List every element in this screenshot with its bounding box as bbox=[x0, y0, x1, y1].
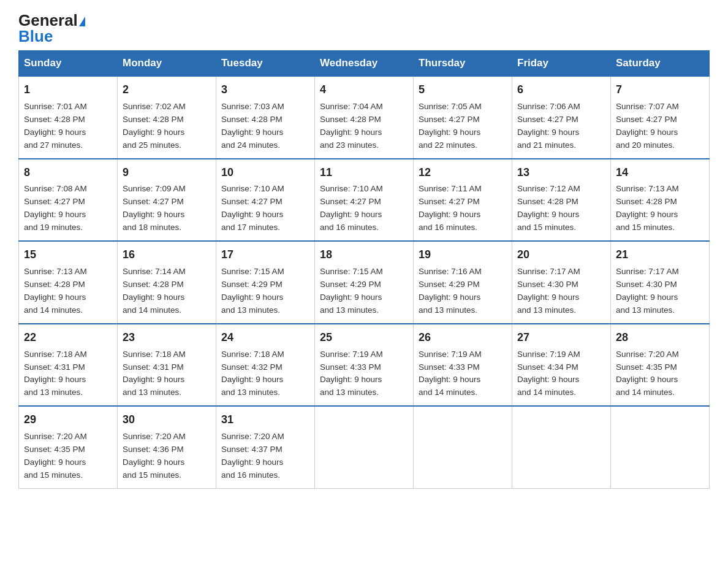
calendar-cell: 9Sunrise: 7:09 AMSunset: 4:27 PMDaylight… bbox=[118, 159, 216, 242]
col-header-tuesday: Tuesday bbox=[216, 51, 315, 77]
day-number: 13 bbox=[517, 164, 605, 182]
day-info: Sunrise: 7:11 AMSunset: 4:27 PMDaylight:… bbox=[419, 184, 482, 232]
day-number: 5 bbox=[419, 82, 507, 99]
calendar-cell: 2Sunrise: 7:02 AMSunset: 4:28 PMDaylight… bbox=[118, 76, 216, 159]
page-header: General Blue bbox=[18, 12, 710, 44]
calendar-cell: 13Sunrise: 7:12 AMSunset: 4:28 PMDayligh… bbox=[512, 159, 611, 242]
day-info: Sunrise: 7:03 AMSunset: 4:28 PMDaylight:… bbox=[221, 102, 284, 150]
calendar-cell: 21Sunrise: 7:17 AMSunset: 4:30 PMDayligh… bbox=[611, 241, 710, 324]
calendar-cell: 31Sunrise: 7:20 AMSunset: 4:37 PMDayligh… bbox=[216, 406, 315, 488]
calendar-cell: 4Sunrise: 7:04 AMSunset: 4:28 PMDaylight… bbox=[315, 76, 414, 159]
day-info: Sunrise: 7:09 AMSunset: 4:27 PMDaylight:… bbox=[123, 184, 186, 232]
calendar-cell: 11Sunrise: 7:10 AMSunset: 4:27 PMDayligh… bbox=[315, 159, 414, 242]
day-info: Sunrise: 7:17 AMSunset: 4:30 PMDaylight:… bbox=[517, 267, 580, 315]
day-number: 28 bbox=[616, 329, 704, 347]
calendar-week-row: 29Sunrise: 7:20 AMSunset: 4:35 PMDayligh… bbox=[19, 406, 710, 488]
day-number: 14 bbox=[616, 164, 704, 182]
calendar-cell: 22Sunrise: 7:18 AMSunset: 4:31 PMDayligh… bbox=[19, 324, 118, 407]
day-number: 9 bbox=[123, 164, 211, 182]
calendar-cell: 24Sunrise: 7:18 AMSunset: 4:32 PMDayligh… bbox=[216, 324, 315, 407]
day-number: 29 bbox=[24, 412, 112, 429]
day-number: 31 bbox=[221, 412, 309, 429]
day-number: 17 bbox=[221, 247, 309, 264]
calendar-cell bbox=[611, 406, 710, 488]
calendar-cell: 25Sunrise: 7:19 AMSunset: 4:33 PMDayligh… bbox=[315, 324, 414, 407]
day-number: 12 bbox=[419, 164, 507, 182]
calendar-cell: 7Sunrise: 7:07 AMSunset: 4:27 PMDaylight… bbox=[611, 76, 710, 159]
col-header-wednesday: Wednesday bbox=[315, 51, 414, 77]
day-info: Sunrise: 7:18 AMSunset: 4:32 PMDaylight:… bbox=[221, 350, 284, 397]
day-info: Sunrise: 7:06 AMSunset: 4:27 PMDaylight:… bbox=[517, 102, 580, 150]
day-info: Sunrise: 7:12 AMSunset: 4:28 PMDaylight:… bbox=[517, 184, 580, 232]
day-number: 24 bbox=[221, 329, 309, 347]
day-number: 25 bbox=[320, 329, 408, 347]
day-info: Sunrise: 7:01 AMSunset: 4:28 PMDaylight:… bbox=[24, 102, 87, 150]
calendar-cell: 6Sunrise: 7:06 AMSunset: 4:27 PMDaylight… bbox=[512, 76, 611, 159]
col-header-monday: Monday bbox=[118, 51, 216, 77]
calendar-cell: 23Sunrise: 7:18 AMSunset: 4:31 PMDayligh… bbox=[118, 324, 216, 407]
day-number: 2 bbox=[123, 82, 211, 99]
day-info: Sunrise: 7:15 AMSunset: 4:29 PMDaylight:… bbox=[221, 267, 284, 315]
day-info: Sunrise: 7:20 AMSunset: 4:36 PMDaylight:… bbox=[123, 432, 186, 480]
calendar-cell: 19Sunrise: 7:16 AMSunset: 4:29 PMDayligh… bbox=[414, 241, 512, 324]
day-info: Sunrise: 7:04 AMSunset: 4:28 PMDaylight:… bbox=[320, 102, 383, 150]
day-number: 10 bbox=[221, 164, 309, 182]
col-header-saturday: Saturday bbox=[611, 51, 710, 77]
day-info: Sunrise: 7:18 AMSunset: 4:31 PMDaylight:… bbox=[24, 350, 87, 397]
calendar-week-row: 15Sunrise: 7:13 AMSunset: 4:28 PMDayligh… bbox=[19, 241, 710, 324]
logo-triangle-icon bbox=[79, 17, 85, 26]
day-info: Sunrise: 7:20 AMSunset: 4:35 PMDaylight:… bbox=[616, 350, 679, 397]
day-number: 4 bbox=[320, 82, 408, 99]
day-info: Sunrise: 7:19 AMSunset: 4:33 PMDaylight:… bbox=[419, 350, 482, 397]
day-number: 3 bbox=[221, 82, 309, 99]
calendar-table: SundayMondayTuesdayWednesdayThursdayFrid… bbox=[18, 50, 710, 489]
day-number: 30 bbox=[123, 412, 211, 429]
day-info: Sunrise: 7:20 AMSunset: 4:37 PMDaylight:… bbox=[221, 432, 284, 480]
day-info: Sunrise: 7:19 AMSunset: 4:34 PMDaylight:… bbox=[517, 350, 580, 397]
day-number: 20 bbox=[517, 247, 605, 264]
day-info: Sunrise: 7:05 AMSunset: 4:27 PMDaylight:… bbox=[419, 102, 482, 150]
logo-general-text: General bbox=[18, 12, 85, 28]
day-number: 7 bbox=[616, 82, 704, 99]
day-info: Sunrise: 7:18 AMSunset: 4:31 PMDaylight:… bbox=[123, 350, 186, 397]
calendar-cell: 18Sunrise: 7:15 AMSunset: 4:29 PMDayligh… bbox=[315, 241, 414, 324]
day-info: Sunrise: 7:17 AMSunset: 4:30 PMDaylight:… bbox=[616, 267, 679, 315]
col-header-thursday: Thursday bbox=[414, 51, 512, 77]
calendar-cell: 30Sunrise: 7:20 AMSunset: 4:36 PMDayligh… bbox=[118, 406, 216, 488]
col-header-sunday: Sunday bbox=[19, 51, 118, 77]
day-number: 16 bbox=[123, 247, 211, 264]
calendar-week-row: 22Sunrise: 7:18 AMSunset: 4:31 PMDayligh… bbox=[19, 324, 710, 407]
calendar-cell: 5Sunrise: 7:05 AMSunset: 4:27 PMDaylight… bbox=[414, 76, 512, 159]
day-number: 1 bbox=[24, 82, 112, 99]
day-info: Sunrise: 7:14 AMSunset: 4:28 PMDaylight:… bbox=[123, 267, 186, 315]
day-number: 11 bbox=[320, 164, 408, 182]
day-number: 23 bbox=[123, 329, 211, 347]
logo: General Blue bbox=[18, 12, 85, 44]
calendar-cell: 15Sunrise: 7:13 AMSunset: 4:28 PMDayligh… bbox=[19, 241, 118, 324]
day-info: Sunrise: 7:10 AMSunset: 4:27 PMDaylight:… bbox=[221, 184, 284, 232]
day-info: Sunrise: 7:07 AMSunset: 4:27 PMDaylight:… bbox=[616, 102, 679, 150]
day-number: 26 bbox=[419, 329, 507, 347]
day-info: Sunrise: 7:15 AMSunset: 4:29 PMDaylight:… bbox=[320, 267, 383, 315]
calendar-cell: 20Sunrise: 7:17 AMSunset: 4:30 PMDayligh… bbox=[512, 241, 611, 324]
logo-blue-text: Blue bbox=[18, 28, 53, 44]
day-info: Sunrise: 7:08 AMSunset: 4:27 PMDaylight:… bbox=[24, 184, 87, 232]
calendar-cell: 10Sunrise: 7:10 AMSunset: 4:27 PMDayligh… bbox=[216, 159, 315, 242]
calendar-cell: 28Sunrise: 7:20 AMSunset: 4:35 PMDayligh… bbox=[611, 324, 710, 407]
calendar-cell bbox=[315, 406, 414, 488]
calendar-cell: 8Sunrise: 7:08 AMSunset: 4:27 PMDaylight… bbox=[19, 159, 118, 242]
day-info: Sunrise: 7:19 AMSunset: 4:33 PMDaylight:… bbox=[320, 350, 383, 397]
calendar-cell bbox=[414, 406, 512, 488]
calendar-cell: 17Sunrise: 7:15 AMSunset: 4:29 PMDayligh… bbox=[216, 241, 315, 324]
calendar-header-row: SundayMondayTuesdayWednesdayThursdayFrid… bbox=[19, 51, 710, 77]
calendar-week-row: 1Sunrise: 7:01 AMSunset: 4:28 PMDaylight… bbox=[19, 76, 710, 159]
day-number: 21 bbox=[616, 247, 704, 264]
day-info: Sunrise: 7:16 AMSunset: 4:29 PMDaylight:… bbox=[419, 267, 482, 315]
day-info: Sunrise: 7:13 AMSunset: 4:28 PMDaylight:… bbox=[616, 184, 679, 232]
calendar-cell: 1Sunrise: 7:01 AMSunset: 4:28 PMDaylight… bbox=[19, 76, 118, 159]
calendar-cell: 12Sunrise: 7:11 AMSunset: 4:27 PMDayligh… bbox=[414, 159, 512, 242]
day-info: Sunrise: 7:20 AMSunset: 4:35 PMDaylight:… bbox=[24, 432, 87, 480]
calendar-cell: 26Sunrise: 7:19 AMSunset: 4:33 PMDayligh… bbox=[414, 324, 512, 407]
day-number: 6 bbox=[517, 82, 605, 99]
day-info: Sunrise: 7:02 AMSunset: 4:28 PMDaylight:… bbox=[123, 102, 186, 150]
